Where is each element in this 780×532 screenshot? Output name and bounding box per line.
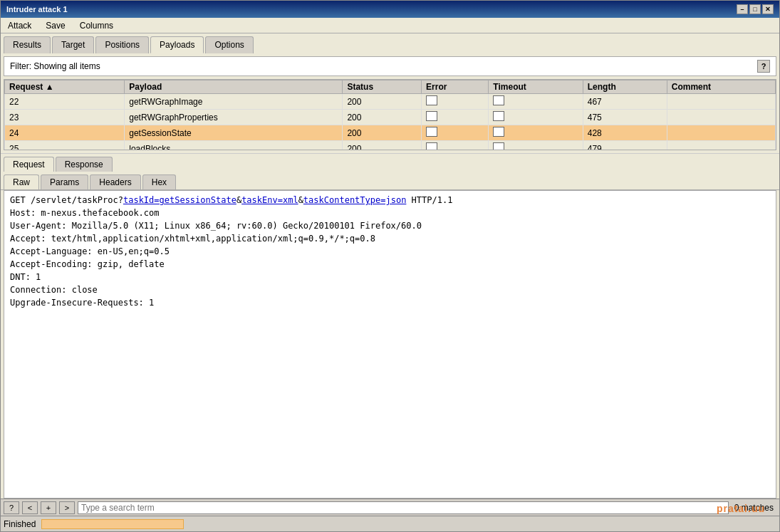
tab-results[interactable]: Results [4,36,51,53]
cell-length: 428 [583,125,667,141]
tab-raw[interactable]: Raw [4,174,39,189]
col-payload[interactable]: Payload [125,80,343,94]
request-accept-language: Accept-Language: en-US,en;q=0.5 [10,245,770,258]
results-table: Request ▲ Payload Status Error Timeout L… [4,80,776,150]
request-http-version: HTTP/1.1 [406,195,452,205]
menu-attack[interactable]: Attack [4,19,36,32]
cell-timeout [489,141,583,151]
cell-timeout [489,94,583,110]
tab-payloads[interactable]: Payloads [150,36,204,53]
main-window: Intruder attack 1 – □ ✕ Attack Save Colu… [0,0,780,532]
filter-text: Filter: Showing all items [10,61,100,71]
request-param-taskenv: taskEnv=xml [241,195,298,205]
back-button[interactable]: < [22,501,38,514]
tab-target[interactable]: Target [52,36,94,53]
help-button[interactable]: ? [4,501,19,514]
request-dnt: DNT: 1 [10,271,770,283]
title-bar-buttons: – □ ✕ [737,4,774,14]
cell-request: 25 [5,141,125,151]
watermark: pratai.uu [717,503,765,514]
progress-bar [41,519,184,529]
menu-bar: Attack Save Columns [1,18,779,33]
cell-comment [667,125,775,141]
request-param-taskid: taskId=getSessionState [123,195,236,205]
cell-request: 23 [5,110,125,125]
col-status[interactable]: Status [343,80,422,94]
tab-headers[interactable]: Headers [90,174,140,189]
window-title: Intruder attack 1 [6,5,68,14]
forward-button[interactable]: > [59,501,75,514]
tab-positions[interactable]: Positions [95,36,149,53]
status-bar: ? < + > 0 matches [1,499,779,516]
menu-save[interactable]: Save [41,19,69,32]
results-table-container: Request ▲ Payload Status Error Timeout L… [4,79,776,150]
tab-response[interactable]: Response [56,157,113,172]
cell-error [422,125,489,141]
tab-request[interactable]: Request [4,157,54,172]
cell-request: 24 [5,125,125,141]
request-amp2: & [298,195,303,205]
tab-hex[interactable]: Hex [142,174,176,189]
col-request[interactable]: Request ▲ [5,80,125,94]
cell-timeout [489,125,583,141]
finished-text: Finished [4,519,36,529]
bottom-status: Finished [1,516,779,531]
main-area: Filter: Showing all items ? Request ▲ Pa… [1,53,779,531]
col-error[interactable]: Error [422,80,489,94]
table-row[interactable]: 23 getRWGraphProperties 200 475 [5,110,776,125]
table-row[interactable]: 22 getRWGraphImage 200 467 [5,94,776,110]
request-line1: GET /servlet/taskProc?taskId=getSessionS… [10,194,770,207]
request-content: GET /servlet/taskProc?taskId=getSessionS… [4,190,776,499]
cell-status: 200 [343,110,422,125]
cell-error [422,94,489,110]
request-host: Host: m-nexus.thefacebook.com [10,207,770,219]
sub-tabs-bar: Raw Params Headers Hex [1,172,779,190]
request-method-path: GET /servlet/taskProc? [10,195,123,205]
cell-payload: loadBlocks [125,141,343,151]
request-accept: Accept: text/html,application/xhtml+xml,… [10,232,770,245]
title-bar: Intruder attack 1 – □ ✕ [1,1,779,18]
table-row[interactable]: 25 loadBlocks 200 479 [5,141,776,151]
cell-error [422,110,489,125]
request-connection: Connection: close [10,283,770,296]
minimize-button[interactable]: – [737,4,748,14]
request-accept-encoding: Accept-Encoding: gzip, deflate [10,258,770,271]
close-button[interactable]: ✕ [762,4,774,14]
cell-length: 467 [583,94,667,110]
filter-help-button[interactable]: ? [757,60,770,73]
cell-payload: getRWGraphProperties [125,110,343,125]
cell-comment [667,94,775,110]
maximize-button[interactable]: □ [749,4,761,14]
tab-options[interactable]: Options [205,36,253,53]
cell-comment [667,110,775,125]
request-upgrade: Upgrade-Insecure-Requests: 1 [10,296,770,309]
cell-comment [667,141,775,151]
cell-error [422,141,489,151]
cell-status: 200 [343,125,422,141]
cell-status: 200 [343,94,422,110]
main-tabs: Results Target Positions Payloads Option… [1,33,779,53]
request-param-taskcontenttype: taskContentType=json [303,195,407,205]
col-comment[interactable]: Comment [667,80,775,94]
cell-length: 479 [583,141,667,151]
search-input[interactable] [78,501,729,514]
filter-bar: Filter: Showing all items ? [4,56,776,76]
menu-columns[interactable]: Columns [76,19,118,32]
cell-request: 22 [5,94,125,110]
cell-payload: getSessionState [125,125,343,141]
col-timeout[interactable]: Timeout [489,80,583,94]
cell-timeout [489,110,583,125]
request-user-agent: User-Agent: Mozilla/5.0 (X11; Linux x86_… [10,219,770,232]
col-length[interactable]: Length [583,80,667,94]
table-row[interactable]: 24 getSessionState 200 428 [5,125,776,141]
request-response-tabs: Request Response [1,153,779,172]
add-button[interactable]: + [41,501,56,514]
cell-payload: getRWGraphImage [125,94,343,110]
cell-status: 200 [343,141,422,151]
cell-length: 475 [583,110,667,125]
tab-params[interactable]: Params [41,174,88,189]
